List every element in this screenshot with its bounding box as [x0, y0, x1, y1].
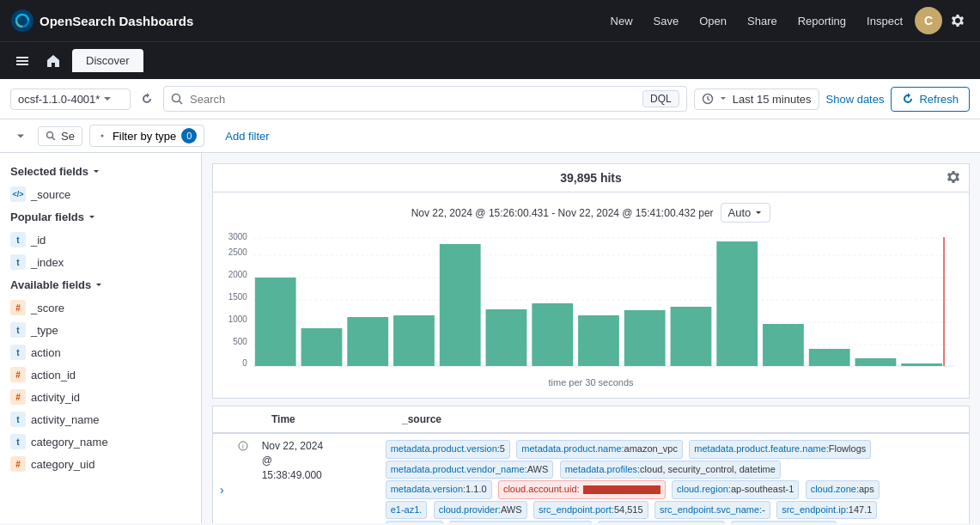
- svg-rect-36: [809, 349, 850, 366]
- show-dates-button[interactable]: Show dates: [826, 93, 885, 106]
- field-tag[interactable]: metadata.product.vendor_name: AWS: [386, 461, 554, 479]
- popular-fields-header[interactable]: Popular fields: [0, 205, 201, 229]
- nav-actions: New Save Open Share Reporting Inspect C: [602, 7, 970, 34]
- secondary-navigation: Discover: [0, 41, 980, 79]
- filter-bar: Se Filter by type 0 Add filter: [0, 119, 980, 153]
- field-id[interactable]: t _id: [0, 229, 201, 251]
- share-button[interactable]: Share: [739, 9, 786, 33]
- filter-count-badge: 0: [181, 128, 197, 143]
- svg-rect-34: [716, 241, 758, 366]
- svg-rect-37: [855, 358, 897, 366]
- field-index[interactable]: t _index: [0, 251, 201, 273]
- field-tag[interactable]: e1-az1.: [386, 501, 428, 520]
- field-tag[interactable]: metadata.profiles: cloud, security_contr…: [560, 461, 781, 479]
- field-type[interactable]: t _type: [0, 319, 201, 341]
- field-name: activity_name: [31, 413, 99, 426]
- svg-text:15:39:00: 15:39:00: [861, 369, 891, 370]
- field-name: activity_id: [31, 391, 80, 404]
- search-input[interactable]: [190, 93, 636, 106]
- field-search[interactable]: Se: [38, 126, 82, 146]
- filter-by-type-button[interactable]: Filter by type 0: [89, 125, 204, 147]
- index-pattern-selector[interactable]: ocsf-1.1.0-4001*: [10, 89, 131, 110]
- field-tag[interactable]: cloud.zone: aps: [806, 480, 880, 499]
- chart-settings-button[interactable]: [947, 170, 960, 186]
- field-activity-id[interactable]: # activity_id: [0, 386, 201, 408]
- open-button[interactable]: Open: [691, 9, 735, 33]
- popular-fields-label: Popular fields: [10, 211, 84, 223]
- svg-text:15:29:00: 15:29:00: [399, 369, 429, 370]
- home-button[interactable]: [41, 49, 65, 73]
- refresh-button[interactable]: Refresh: [891, 87, 970, 112]
- field-tag[interactable]: cloud.provider: AWS: [434, 501, 527, 520]
- svg-text:15:30:00: 15:30:00: [445, 369, 475, 370]
- menu-toggle-button[interactable]: [10, 49, 34, 73]
- svg-rect-28: [440, 244, 481, 366]
- search-shortlabel: Se: [61, 130, 75, 143]
- search-bar[interactable]: DQL: [163, 86, 687, 112]
- svg-rect-35: [763, 324, 804, 366]
- field-tag[interactable]: src_endpoint.ip: 147.1: [776, 501, 877, 520]
- svg-text:15:33:00: 15:33:00: [584, 369, 614, 370]
- field-action-id[interactable]: # action_id: [0, 363, 201, 386]
- table-row: › i Nov 22, 2024 @ 15:38:49.000 metadata…: [213, 434, 969, 523]
- table-header: Time _source: [213, 406, 969, 434]
- field-name: _id: [31, 234, 46, 247]
- field-type-icon: </>: [10, 186, 26, 202]
- svg-text:15:37:00: 15:37:00: [769, 369, 799, 370]
- svg-text:15:31:00: 15:31:00: [491, 369, 521, 370]
- svg-text:15:32:00: 15:32:00: [538, 369, 568, 370]
- field-type-icon: t: [10, 232, 26, 247]
- sidebar: Selected fields </> _source Popular fiel…: [0, 153, 202, 523]
- svg-point-9: [100, 135, 103, 137]
- dql-badge[interactable]: DQL: [642, 90, 679, 107]
- field-tag[interactable]: metadata.product.feature.name: Flowlogs: [689, 440, 871, 459]
- hits-header: 39,895 hits: [212, 163, 970, 192]
- reload-icon-button[interactable]: [137, 89, 156, 108]
- field-tag[interactable]: 85.132.188: [386, 521, 443, 523]
- settings-icon-btn[interactable]: [946, 9, 970, 33]
- field-score[interactable]: # _score: [0, 296, 201, 319]
- field-tag-redacted[interactable]: cloud.account.uid:: [498, 480, 666, 499]
- field-tag[interactable]: metadata.version: 1.1.0: [386, 480, 492, 499]
- field-tag[interactable]: src_endpoint.intermediate_ips: -: [449, 521, 591, 523]
- time-range-picker[interactable]: Last 15 minutes: [694, 89, 819, 110]
- svg-text:15:36:00: 15:36:00: [722, 369, 752, 370]
- available-fields-header[interactable]: Available fields: [0, 273, 201, 296]
- selected-fields-header[interactable]: Selected fields: [0, 160, 201, 183]
- field-tag[interactable]: src_endpoint.vpc_uid: -: [731, 521, 837, 523]
- expand-icon-btn[interactable]: [10, 125, 31, 146]
- field-name: category_name: [31, 436, 108, 449]
- save-button[interactable]: Save: [645, 9, 688, 33]
- expand-row-button[interactable]: ›: [216, 439, 228, 523]
- inspect-button[interactable]: Inspect: [858, 9, 911, 33]
- field-name: _type: [31, 324, 58, 337]
- field-tag[interactable]: cloud.region: ap-southeast-1: [672, 480, 799, 499]
- avatar[interactable]: C: [915, 7, 942, 34]
- field-tag[interactable]: src_endpoint.interface_uid: -: [598, 521, 725, 523]
- field-source[interactable]: </> _source: [0, 183, 201, 205]
- field-tag[interactable]: metadata.product.name: amazon_vpc: [516, 440, 683, 459]
- svg-text:15:35:00: 15:35:00: [676, 369, 706, 370]
- field-category-name[interactable]: t category_name: [0, 430, 201, 453]
- histogram-chart: Nov 22, 2024 @ 15:26:00.431 - Nov 22, 20…: [212, 192, 970, 399]
- field-action[interactable]: t action: [0, 341, 201, 363]
- field-activity-name[interactable]: t activity_name: [0, 408, 201, 430]
- discover-tab[interactable]: Discover: [72, 49, 143, 72]
- field-type-icon: t: [10, 434, 26, 449]
- time-column-header: Time: [271, 413, 392, 425]
- svg-point-7: [47, 132, 53, 138]
- svg-rect-25: [301, 328, 343, 366]
- reporting-button[interactable]: Reporting: [789, 9, 855, 33]
- row-timestamp: Nov 22, 2024 @ 15:38:49.000: [262, 439, 374, 523]
- add-filter-button[interactable]: Add filter: [211, 130, 269, 143]
- svg-point-0: [11, 9, 33, 32]
- field-tag[interactable]: src_endpoint.svc_name: -: [654, 501, 770, 520]
- field-category-uid[interactable]: # category_uid: [0, 453, 201, 475]
- field-tag[interactable]: metadata.product.version: 5: [386, 440, 510, 459]
- new-button[interactable]: New: [602, 9, 642, 33]
- field-tag[interactable]: src_endpoint.port: 54,515: [533, 501, 648, 520]
- auto-interval-selector[interactable]: Auto: [721, 203, 771, 223]
- app-logo[interactable]: OpenSearch Dashboards: [10, 9, 193, 33]
- field-type-icon: #: [10, 456, 26, 472]
- source-column-header: _source: [402, 413, 959, 425]
